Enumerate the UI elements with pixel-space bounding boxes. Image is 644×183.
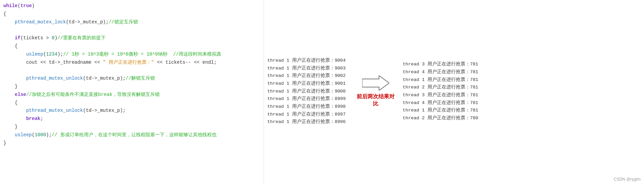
- watermark: CSDN @rygtm: [614, 177, 641, 182]
- code-line-10: pthread_mutex_unlock(td->_mutex_p);//解锁互…: [0, 75, 264, 83]
- left-output-line-2: thread 1 用户正在进行抢票：9003: [267, 65, 355, 73]
- code-line-7: usleep(1234);// 1秒 = 10^3毫秒 = 10^6微秒 = 1…: [0, 50, 264, 59]
- code-line-1: while(true): [0, 2, 264, 10]
- keyword-true: true: [20, 2, 32, 10]
- code-line-18: }: [0, 139, 264, 147]
- code-line-12: else//加锁之后有可能条件不满足直接break，导致没有解锁互斥锁: [0, 91, 264, 99]
- right-output-line-8: thread 2 用户正在进行抢票：780: [403, 115, 511, 122]
- left-output-line-1: thread 1 用户正在进行抢票：9004: [267, 57, 355, 65]
- code-line-9: [0, 66, 264, 75]
- right-output-line-1: thread 3 用户正在进行抢票：781: [403, 61, 511, 68]
- right-output-line-5: thread 3 用户正在进行抢票：781: [403, 92, 511, 99]
- right-output-line-6: thread 4 用户正在进行抢票：781: [403, 99, 511, 107]
- code-line-11: }: [0, 83, 264, 91]
- right-output-line-7: thread 1 用户正在进行抢票：781: [403, 107, 511, 115]
- code-line-4: [0, 26, 264, 34]
- right-output-line-4: thread 2 用户正在进行抢票：781: [403, 84, 511, 92]
- right-output-line-2: thread 4 用户正在进行抢票：781: [403, 68, 511, 76]
- right-output-section: thread 3 用户正在进行抢票：781 thread 4 用户正在进行抢票：…: [396, 0, 511, 183]
- left-output-line-5: thread 1 用户正在进行抢票：9000: [267, 88, 355, 96]
- code-section: while(true) { pthread_mutex_lock(td->_mu…: [0, 0, 264, 183]
- code-line-14: pthread_mutex_unlock(td->_mutex_p);: [0, 107, 264, 115]
- code-line-3: pthread_mutex_lock(td->_mutex_p);//锁定互斥锁: [0, 18, 264, 26]
- left-output-line-4: thread 1 用户正在进行抢票：9001: [267, 80, 355, 88]
- code-line-13: {: [0, 99, 264, 107]
- code-line-15: break;: [0, 115, 264, 123]
- code-line-16: }: [0, 123, 264, 131]
- main-container: while(true) { pthread_mutex_lock(td->_mu…: [0, 0, 644, 183]
- code-line-17: usleep(1000);// 形成订单给用户，在这个时间里，让线程阻塞一下，这…: [0, 131, 264, 139]
- right-output-line-3: thread 1 用户正在进行抢票：781: [403, 76, 511, 84]
- code-line-2: {: [0, 10, 264, 18]
- arrow-section: 前后两次结果对比: [355, 0, 396, 183]
- left-output-line-9: thread 1 用户正在进行抢票：8996: [267, 118, 355, 126]
- code-line-5: if(tickets > 0)//需要在有票的前提下: [0, 34, 264, 42]
- left-output-section: thread 1 用户正在进行抢票：9004 thread 1 用户正在进行抢票…: [264, 0, 355, 183]
- svg-marker-0: [362, 76, 389, 90]
- left-output-line-6: thread 1 用户正在进行抢票：8999: [267, 95, 355, 103]
- left-output-line-7: thread 1 用户正在进行抢票：8998: [267, 103, 355, 111]
- keyword-while: while: [3, 2, 18, 10]
- direction-arrow-icon: [362, 76, 389, 90]
- code-line-6: {: [0, 42, 264, 50]
- code-line-8: cout << td->_threadname << " 用户正在进行抢票：" …: [0, 59, 264, 67]
- comparison-label: 前后两次结果对比: [355, 93, 396, 107]
- left-output-line-8: thread 1 用户正在进行抢票：8997: [267, 111, 355, 119]
- left-output-line-3: thread 1 用户正在进行抢票：9002: [267, 72, 355, 80]
